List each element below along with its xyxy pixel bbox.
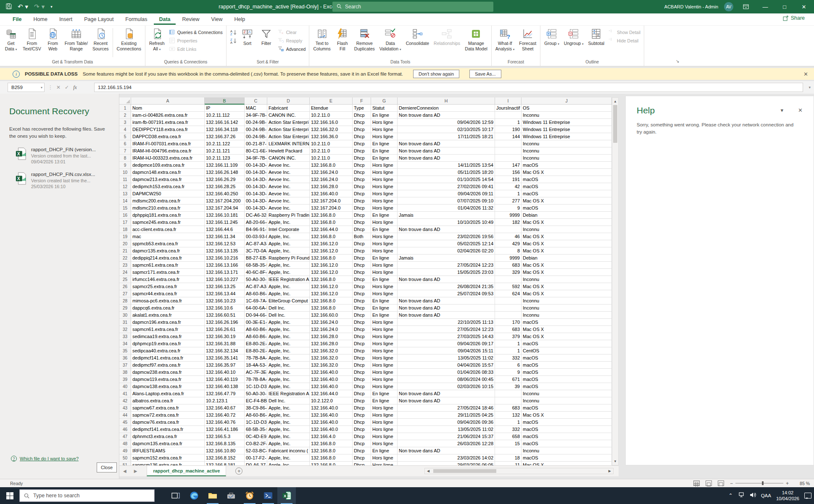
grid-cell[interactable]: 27/02/2026 09:41	[398, 183, 495, 190]
grid-cell[interactable]: 132.166.8.0	[310, 304, 353, 312]
undo-icon[interactable]: ↶	[18, 3, 23, 10]
language-indicator[interactable]: QAA	[761, 493, 771, 498]
row-header[interactable]: 50	[119, 454, 131, 462]
grid-cell[interactable]: 132.166.34.118	[205, 126, 245, 133]
grid-cell[interactable]: Dhcp	[353, 326, 371, 333]
grid-cell[interactable]: 15/05/2025 23:03	[398, 269, 495, 276]
row-header[interactable]: 39	[119, 376, 131, 383]
grid-cell[interactable]: 132.166.40.0	[310, 369, 353, 376]
zoom-percentage[interactable]: 85 %	[795, 481, 810, 486]
grid-cell[interactable]: En ligne	[371, 112, 398, 119]
grid-cell[interactable]: DAPPCD38.extra.cea.fr	[131, 133, 205, 140]
powershell-icon[interactable]	[259, 487, 277, 504]
grid-cell[interactable]: dedippiq214.extra.cea.fr	[131, 255, 205, 262]
grid-cell[interactable]: Dhcp	[353, 240, 371, 247]
grid-cell[interactable]: Non trouve dans AD	[398, 155, 495, 162]
row-header[interactable]: 44	[119, 412, 131, 419]
grid-cell[interactable]: Apple, Inc.	[267, 262, 310, 269]
grid-cell[interactable]: Raspberry Pi Found	[267, 255, 310, 262]
grid-cell[interactable]: Hors ligne	[371, 233, 398, 240]
grid-cell[interactable]: Raspberry Pi Tradin	[267, 212, 310, 219]
grid-cell[interactable]: 1	[495, 119, 522, 126]
grid-cell[interactable]: 05/02/2025 12:14	[398, 240, 495, 247]
grid-cell[interactable]: Non trouve dans AD	[398, 390, 495, 397]
grid-cell[interactable]: 132.166.16.0	[310, 119, 353, 126]
row-header[interactable]: 25	[119, 276, 131, 283]
grid-cell[interactable]: 132.166.28.0	[310, 183, 353, 190]
grid-cell[interactable]: Apple, Inc.	[267, 354, 310, 362]
grid-cell[interactable]: 09/04/2026 15:11	[398, 347, 495, 354]
grid-cell[interactable]	[495, 155, 522, 162]
grid-cell[interactable]: macOS	[522, 433, 612, 440]
ribbon-button-az[interactable]: AZ	[228, 29, 238, 36]
grid-cell[interactable]: 13/05/2025 11:02	[398, 426, 495, 433]
grid-cell[interactable]: Dhcp	[353, 412, 371, 419]
excel-icon[interactable]: X	[277, 487, 296, 504]
grid-cell[interactable]: 132.166.12.0	[310, 262, 353, 269]
grid-cell[interactable]: En ligne	[371, 397, 398, 404]
grid-cell[interactable]: AC-7F-3E-	[245, 369, 267, 376]
normal-view-icon[interactable]	[693, 480, 700, 486]
grid-cell[interactable]: sapmcr44.extra.cea.fr	[131, 290, 205, 297]
grid-cell[interactable]: 23/02/2026 19:56	[398, 233, 495, 240]
grid-cell[interactable]: Dhcp	[353, 169, 371, 176]
customize-qat-icon[interactable]: ▾	[50, 5, 53, 9]
grid-cell[interactable]: 0C-4D-E9-	[245, 433, 267, 440]
grid-cell[interactable]: Mac OS X	[522, 326, 612, 333]
grid-cell[interactable]: 10.2.11.0	[310, 112, 353, 119]
grid-cell[interactable]: sapmcm152.extra.cea.fr	[131, 454, 205, 462]
ribbon-button-queries-connections[interactable]: Queries & Connections	[167, 29, 224, 36]
grid-cell[interactable]: Mac OS X	[522, 247, 612, 255]
grid-cell[interactable]: 00-21-B7-	[245, 140, 267, 147]
grid-cell[interactable]: D0-A6-37-	[245, 462, 267, 465]
row-header[interactable]: 33	[119, 333, 131, 340]
grid-cell[interactable]: Mac OS X	[522, 233, 612, 240]
grid-cell[interactable]: Hors ligne	[371, 404, 398, 412]
grid-cell[interactable]: 50-A0-30-	[245, 390, 267, 397]
clock[interactable]: 14:0210/04/2026	[776, 490, 799, 502]
grid-cell[interactable]: Inconnu	[522, 304, 612, 312]
grid-cell[interactable]: 132.166.40.67	[205, 404, 245, 412]
grid-cell[interactable]: 00-14-3D-	[245, 162, 267, 169]
grid-cell[interactable]: Dhcp	[353, 304, 371, 312]
grid-cell[interactable]: IEEE Registration A	[267, 390, 310, 397]
grid-cell[interactable]: 00-03-93-0	[245, 233, 267, 240]
grid-cell[interactable]: B8-27-EB-	[245, 255, 267, 262]
grid-cell[interactable]: Mac OS X	[522, 412, 612, 419]
grid-cell[interactable]: macOS	[522, 383, 612, 390]
ribbon-button-manage-data-model[interactable]: Manage Data Model	[463, 26, 490, 52]
grid-cell[interactable]: CANON INC.	[267, 155, 310, 162]
grid-cell[interactable]	[495, 297, 522, 304]
grid-cell[interactable]: Apple, Inc.	[267, 362, 310, 369]
grid-cell[interactable]: irfumcc146.extra.cea.fr	[131, 276, 205, 283]
grid-cell[interactable]: 132.166.26.29	[205, 176, 245, 183]
row-header[interactable]: 40	[119, 383, 131, 390]
grid-cell[interactable]: 671	[495, 376, 522, 383]
grid-cell[interactable]: Mac OS X	[522, 262, 612, 269]
grid-cell[interactable]: Dhcp	[353, 347, 371, 354]
row-header[interactable]: 24	[119, 269, 131, 276]
grid-cell[interactable]: Aevoe Inc.	[267, 183, 310, 190]
grid-cell[interactable]: Etendue	[310, 105, 353, 112]
grid-cell[interactable]: 132.166.44.0	[310, 390, 353, 397]
vertical-scrollbar-thumb[interactable]	[613, 105, 617, 143]
grid-cell[interactable]: dedipmcf97.extra.cea.fr	[131, 362, 205, 369]
grid-cell[interactable]: macOS	[522, 369, 612, 376]
grid-cell[interactable]: Dhcp	[353, 440, 371, 447]
grid-cell[interactable]: Inconnu	[522, 140, 612, 147]
grid-cell[interactable]: 132.166.11.245	[205, 219, 245, 226]
grid-cell[interactable]: dappcq6.extra.cea.fr	[131, 304, 205, 312]
warning-close-icon[interactable]: ✕	[803, 71, 808, 77]
grid-cell[interactable]: 132.166.26.148	[205, 169, 245, 176]
grid-cell[interactable]	[495, 226, 522, 233]
maximize-button[interactable]: □	[778, 0, 791, 13]
grid-cell[interactable]: 00-24-9B-	[245, 119, 267, 126]
grid-cell[interactable]: Hors ligne	[371, 354, 398, 362]
grid-cell[interactable]: Inconnu	[522, 390, 612, 397]
grid-cell[interactable]: 132.166.12.0	[310, 283, 353, 290]
grid-cell[interactable]: 170	[495, 319, 522, 326]
row-header[interactable]: 45	[119, 419, 131, 426]
grid-cell[interactable]: Action Star Enterpri	[267, 126, 310, 133]
ribbon-button-remove-duplicates[interactable]: Remove Duplicates	[352, 26, 377, 52]
recovered-file-item[interactable]: Xrapport_DHCP_FIN (version...Version cre…	[0, 139, 119, 164]
